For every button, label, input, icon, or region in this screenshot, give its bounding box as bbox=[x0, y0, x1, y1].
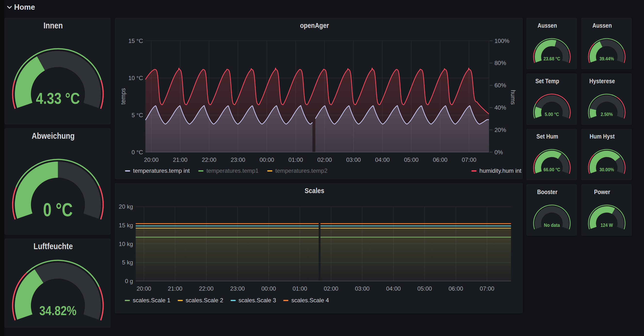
svg-text:2.50%: 2.50% bbox=[601, 112, 613, 117]
svg-text:20 kg: 20 kg bbox=[119, 203, 133, 210]
svg-text:23:00: 23:00 bbox=[230, 285, 245, 292]
svg-text:No data: No data bbox=[544, 223, 560, 228]
svg-text:04:00: 04:00 bbox=[386, 285, 401, 292]
svg-text:40%: 40% bbox=[494, 104, 506, 111]
svg-text:07:00: 07:00 bbox=[480, 285, 494, 292]
svg-text:15 kg: 15 kg bbox=[119, 222, 133, 229]
svg-text:5 kg: 5 kg bbox=[122, 259, 133, 266]
svg-text:5 °C: 5 °C bbox=[132, 112, 143, 118]
svg-text:01:00: 01:00 bbox=[288, 156, 303, 163]
svg-text:20:00: 20:00 bbox=[144, 156, 158, 163]
svg-text:15 °C: 15 °C bbox=[128, 38, 143, 44]
svg-text:02:00: 02:00 bbox=[317, 156, 332, 163]
svg-text:temps: temps bbox=[120, 88, 126, 105]
svg-text:4.33 °C: 4.33 °C bbox=[36, 89, 80, 107]
svg-text:60%: 60% bbox=[494, 82, 506, 88]
svg-text:34.82%: 34.82% bbox=[39, 304, 76, 318]
svg-text:23:00: 23:00 bbox=[230, 156, 245, 163]
svg-text:21:00: 21:00 bbox=[168, 285, 182, 292]
svg-text:0 g: 0 g bbox=[125, 278, 133, 284]
svg-text:80%: 80% bbox=[494, 60, 506, 66]
svg-text:21:00: 21:00 bbox=[173, 156, 188, 163]
svg-text:hums: hums bbox=[510, 90, 516, 105]
svg-text:00:00: 00:00 bbox=[260, 156, 274, 163]
svg-text:04:00: 04:00 bbox=[375, 156, 390, 163]
svg-text:01:00: 01:00 bbox=[292, 285, 307, 292]
svg-text:0 °C: 0 °C bbox=[132, 149, 143, 155]
svg-text:20:00: 20:00 bbox=[137, 285, 151, 292]
svg-text:07:00: 07:00 bbox=[462, 156, 476, 163]
svg-text:06:00: 06:00 bbox=[448, 285, 463, 292]
svg-text:02:00: 02:00 bbox=[324, 285, 338, 292]
svg-text:0 °C: 0 °C bbox=[43, 199, 73, 220]
svg-text:03:00: 03:00 bbox=[346, 156, 361, 163]
svg-text:05:00: 05:00 bbox=[417, 285, 432, 292]
svg-text:23.68 °C: 23.68 °C bbox=[544, 56, 560, 61]
svg-text:30.00%: 30.00% bbox=[600, 167, 614, 172]
svg-text:22:00: 22:00 bbox=[199, 285, 214, 292]
svg-text:05:00: 05:00 bbox=[404, 156, 418, 163]
svg-text:100%: 100% bbox=[494, 38, 509, 44]
svg-text:66.00 °C: 66.00 °C bbox=[544, 167, 560, 172]
svg-text:39.44%: 39.44% bbox=[600, 56, 614, 61]
svg-text:10 °C: 10 °C bbox=[128, 75, 143, 81]
svg-text:06:00: 06:00 bbox=[433, 156, 448, 163]
svg-text:10 kg: 10 kg bbox=[119, 241, 133, 247]
svg-text:03:00: 03:00 bbox=[355, 285, 370, 292]
svg-text:20%: 20% bbox=[494, 127, 506, 133]
svg-text:5.00 °C: 5.00 °C bbox=[545, 112, 559, 117]
svg-text:00:00: 00:00 bbox=[262, 285, 276, 292]
svg-text:124 W: 124 W bbox=[600, 223, 613, 228]
svg-text:0%: 0% bbox=[494, 149, 503, 155]
svg-text:22:00: 22:00 bbox=[202, 156, 216, 163]
